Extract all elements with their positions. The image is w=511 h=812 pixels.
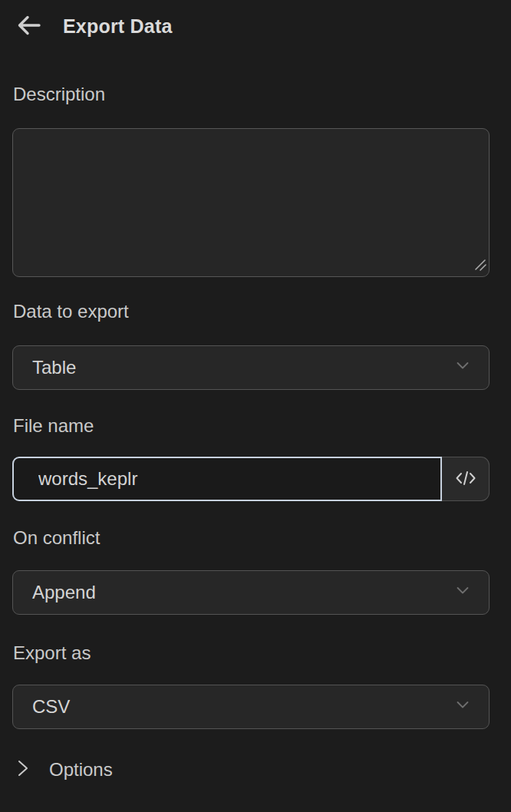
code-expression-button[interactable] — [442, 457, 490, 501]
code-icon — [454, 468, 477, 490]
options-label: Options — [49, 759, 113, 781]
on-conflict-value: Append — [32, 582, 96, 603]
export-as-select[interactable]: CSV — [12, 685, 490, 729]
file-name-field — [12, 457, 490, 501]
description-field — [12, 128, 490, 277]
export-as-value: CSV — [32, 696, 70, 718]
export-as-label: Export as — [13, 642, 91, 665]
back-button[interactable] — [14, 11, 45, 41]
description-label: Description — [13, 83, 105, 106]
export-data-panel: Export Data Description Data to export T… — [0, 0, 511, 812]
panel-header: Export Data — [14, 11, 173, 41]
description-textarea[interactable] — [12, 128, 490, 277]
arrow-left-icon — [15, 12, 43, 41]
on-conflict-select[interactable]: Append — [12, 570, 490, 615]
file-name-label: File name — [13, 414, 94, 437]
data-to-export-label: Data to export — [13, 300, 129, 323]
page-title: Export Data — [63, 15, 173, 38]
file-name-input[interactable] — [12, 457, 442, 501]
chevron-down-icon — [453, 695, 472, 718]
data-to-export-value: Table — [32, 357, 76, 378]
chevron-down-icon — [453, 356, 472, 379]
on-conflict-label: On conflict — [13, 526, 100, 550]
data-to-export-select[interactable]: Table — [12, 345, 490, 390]
options-section-toggle[interactable]: Options — [15, 758, 113, 781]
chevron-right-icon — [15, 758, 31, 781]
chevron-down-icon — [453, 581, 472, 604]
